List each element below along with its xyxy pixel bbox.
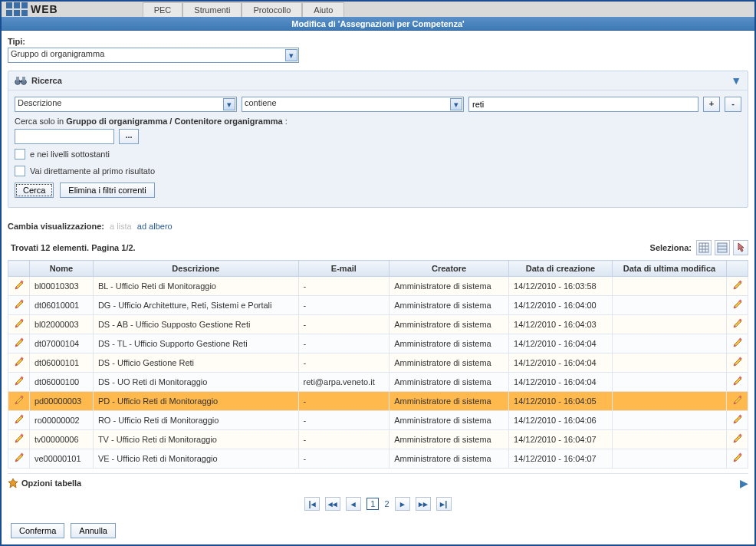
pencil-icon[interactable]	[14, 280, 25, 291]
table-options-icon[interactable]	[8, 478, 18, 488]
pencil-icon[interactable]	[14, 414, 25, 425]
menu-protocollo[interactable]: Protocollo	[242, 2, 302, 17]
select-all-icon[interactable]	[696, 240, 712, 255]
cell-creatore: Amministratore di sistema	[390, 411, 509, 430]
pencil-icon[interactable]	[732, 376, 743, 386]
col-descrizione[interactable]: Descrizione	[93, 261, 298, 277]
pencil-icon[interactable]	[14, 433, 25, 444]
table-row[interactable]: dt06000101DS - Ufficio Gestione Reti-Amm…	[8, 354, 748, 373]
cell-creatore: Amministratore di sistema	[390, 334, 509, 354]
col-email[interactable]: E-mail	[298, 261, 390, 277]
table-row[interactable]: dt06000100DS - UO Reti di Monitoraggiore…	[8, 373, 748, 392]
pencil-icon[interactable]	[14, 357, 25, 367]
tipi-label: Tipi:	[8, 37, 748, 46]
pencil-icon[interactable]	[14, 318, 25, 329]
cell-data-modifica	[612, 315, 726, 334]
cell-descrizione: DS - TL - Ufficio Supporto Gestione Reti	[93, 334, 298, 354]
add-criteria-button[interactable]: +	[703, 97, 720, 112]
pager-prev-button[interactable]: ◂	[346, 497, 361, 511]
table-row[interactable]: bl00010303BL - Ufficio Reti di Monitorag…	[8, 277, 748, 296]
pencil-icon[interactable]	[14, 376, 25, 386]
table-row[interactable]: ve00000101VE - Ufficio Reti di Monitorag…	[8, 449, 748, 469]
pager-fastback-button[interactable]: ◂◂	[325, 497, 340, 511]
select-pointer-icon[interactable]	[733, 240, 748, 255]
table-row[interactable]: bl02000003DS - AB - Ufficio Supposto Ges…	[8, 315, 748, 334]
cell-email: -	[298, 334, 390, 354]
pager-fastfwd-button[interactable]: ▸▸	[416, 497, 431, 511]
window-title: Modifica di 'Assegnazioni per Competenza…	[2, 17, 754, 31]
pencil-icon[interactable]	[14, 395, 25, 406]
search-button[interactable]: Cerca	[15, 183, 54, 198]
cell-email: -	[298, 392, 390, 411]
table-row[interactable]: dt06010001DG - Ufficio Architetture, Ret…	[8, 296, 748, 315]
pencil-icon[interactable]	[732, 357, 743, 367]
cell-email: -	[298, 354, 390, 373]
cell-descrizione: DS - Ufficio Gestione Reti	[93, 354, 298, 373]
scope-browse-button[interactable]: ...	[119, 129, 139, 144]
collapse-toggle-icon[interactable]: ▼	[731, 74, 741, 87]
table-row[interactable]: tv00000006TV - Ufficio Reti di Monitorag…	[8, 430, 748, 449]
search-value-input[interactable]	[468, 97, 698, 112]
pager-page-2[interactable]: 2	[385, 499, 390, 508]
logo-icon	[6, 2, 28, 16]
select-page-icon[interactable]	[715, 240, 730, 255]
pencil-icon[interactable]	[732, 395, 743, 406]
pager-last-button[interactable]: ▸|	[436, 497, 452, 511]
col-nome[interactable]: Nome	[30, 261, 94, 277]
tipi-select[interactable]: Gruppo di organigramma ▾	[8, 48, 299, 63]
table-options-expand-icon[interactable]: ▶	[740, 477, 748, 489]
menu-aiuto[interactable]: Aiuto	[302, 2, 344, 17]
col-data-modifica[interactable]: Data di ultima modifica	[612, 261, 726, 277]
pencil-icon[interactable]	[732, 318, 743, 329]
scope-input[interactable]	[15, 129, 114, 144]
pencil-icon[interactable]	[732, 299, 743, 310]
remove-criteria-button[interactable]: -	[725, 97, 741, 112]
pencil-icon[interactable]	[14, 299, 25, 310]
cell-data-modifica	[612, 430, 726, 449]
chevron-down-icon: ▾	[285, 49, 297, 61]
pager-page-1[interactable]: 1	[366, 498, 379, 510]
pencil-icon[interactable]	[732, 452, 743, 463]
cell-nome: dt06010001	[30, 296, 94, 315]
pencil-icon[interactable]	[732, 337, 743, 348]
pencil-icon[interactable]	[14, 337, 25, 348]
app-window: WEB PEC Strumenti Protocollo Aiuto Modif…	[0, 0, 756, 546]
pencil-icon[interactable]	[732, 433, 743, 444]
cell-data-creazione: 14/12/2010 - 16:04:00	[509, 296, 613, 315]
col-creatore[interactable]: Creatore	[390, 261, 509, 277]
table-row[interactable]: pd00000003PD - Ufficio Reti di Monitorag…	[8, 392, 748, 411]
cancel-button[interactable]: Annulla	[71, 523, 116, 538]
cell-nome: ve00000101	[30, 449, 94, 469]
cell-data-modifica	[612, 449, 726, 469]
search-field-select[interactable]: Descrizione ▾	[15, 97, 237, 112]
cell-creatore: Amministratore di sistema	[390, 392, 509, 411]
confirm-button[interactable]: Conferma	[11, 523, 64, 538]
pencil-icon[interactable]	[14, 452, 25, 463]
view-tree-link[interactable]: ad albero	[137, 222, 173, 231]
cell-creatore: Amministratore di sistema	[390, 354, 509, 373]
cell-data-modifica	[612, 411, 726, 430]
menu-strumenti[interactable]: Strumenti	[182, 2, 242, 17]
sublevels-checkbox[interactable]	[15, 149, 25, 160]
pager-next-button[interactable]: ▸	[395, 497, 410, 511]
clear-filters-button[interactable]: Elimina i filtri correnti	[60, 183, 154, 198]
cell-data-creazione: 14/12/2010 - 16:04:06	[509, 411, 613, 430]
pager-first-button[interactable]: |◂	[304, 497, 320, 511]
search-operator-select[interactable]: contiene ▾	[242, 97, 464, 112]
goto-first-checkbox[interactable]	[15, 166, 25, 176]
table-row[interactable]: ro00000002RO - Ufficio Reti di Monitorag…	[8, 411, 748, 430]
view-switcher-label: Cambia visualizzazione:	[8, 222, 104, 231]
table-options-label[interactable]: Opzioni tabella	[21, 479, 81, 488]
cell-descrizione: RO - Ufficio Reti di Monitoraggio	[93, 411, 298, 430]
pencil-icon[interactable]	[732, 414, 743, 425]
cell-creatore: Amministratore di sistema	[390, 315, 509, 334]
cell-data-creazione: 14/12/2010 - 16:03:58	[509, 277, 613, 296]
cell-email: reti@arpa.veneto.it	[298, 373, 390, 392]
svg-rect-10	[718, 243, 727, 252]
cell-email: -	[298, 411, 390, 430]
pencil-icon[interactable]	[732, 280, 743, 291]
col-data-creazione[interactable]: Data di creazione	[509, 261, 613, 277]
table-row[interactable]: dt07000104DS - TL - Ufficio Supporto Ges…	[8, 334, 748, 354]
menu-pec[interactable]: PEC	[143, 2, 183, 17]
search-field-value: Descrizione	[18, 98, 61, 107]
